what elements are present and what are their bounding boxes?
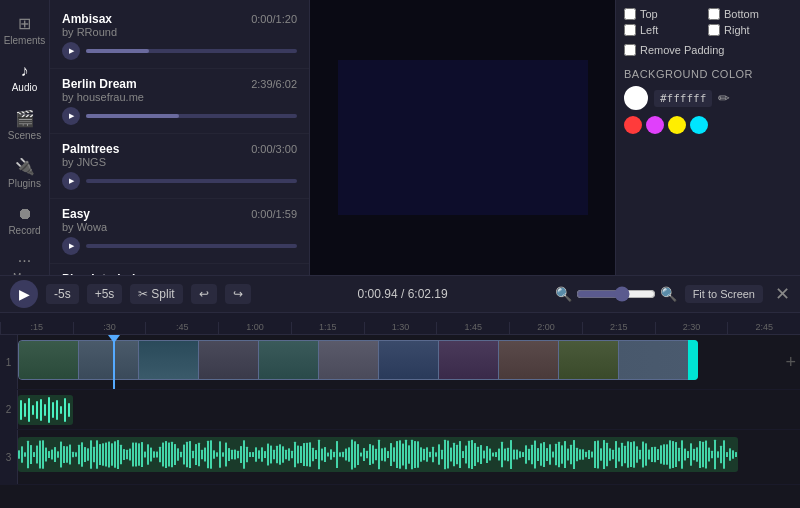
svg-rect-141: [402, 444, 404, 466]
undo-button[interactable]: ↩: [191, 284, 217, 304]
svg-rect-82: [225, 442, 227, 466]
color-swatch-cyan[interactable]: [690, 116, 708, 134]
color-row: #ffffff ✏: [624, 86, 792, 110]
audio-track-1[interactable]: Berlin Dream 2:39/6:02 by housefrau.me: [50, 69, 309, 134]
color-swatch-white[interactable]: [624, 86, 648, 110]
color-swatch-red[interactable]: [624, 116, 642, 134]
svg-rect-20: [39, 441, 41, 469]
svg-rect-98: [273, 450, 275, 460]
svg-rect-94: [261, 447, 263, 462]
sidebar-item-label: Plugins: [8, 178, 41, 189]
sidebar-item-label: Audio: [12, 82, 38, 93]
svg-rect-148: [423, 449, 425, 460]
svg-rect-140: [399, 440, 401, 469]
svg-rect-74: [201, 450, 203, 459]
add-track-button[interactable]: +: [781, 348, 800, 377]
play-track-button[interactable]: [62, 42, 80, 60]
video-clip[interactable]: [18, 340, 698, 380]
track-content-1: [18, 335, 800, 389]
remove-padding-input[interactable]: [624, 44, 636, 56]
play-track-button[interactable]: [62, 107, 80, 125]
split-button[interactable]: ✂ Split: [130, 284, 182, 304]
play-track-button[interactable]: [62, 237, 80, 255]
play-track-button[interactable]: [62, 172, 80, 190]
svg-rect-33: [78, 445, 80, 464]
svg-rect-237: [690, 443, 692, 466]
sidebar-item-more[interactable]: ··· More: [0, 246, 49, 275]
zoom-slider[interactable]: [576, 286, 656, 302]
svg-rect-174: [501, 442, 503, 468]
color-picker-icon[interactable]: ✏: [718, 90, 730, 106]
svg-rect-109: [306, 443, 308, 466]
sidebar-item-audio[interactable]: ♪ Audio: [0, 56, 49, 99]
sidebar-item-elements[interactable]: ⊞ Elements: [0, 8, 49, 52]
svg-rect-31: [72, 452, 74, 457]
track-title: Ambisax: [62, 12, 112, 26]
svg-rect-202: [585, 452, 587, 457]
svg-rect-90: [249, 452, 251, 457]
bottom-checkbox-input[interactable]: [708, 8, 720, 20]
bottom-checkbox[interactable]: Bottom: [708, 8, 788, 20]
top-checkbox[interactable]: Top: [624, 8, 704, 20]
sidebar-item-record[interactable]: ⏺ Record: [0, 199, 49, 242]
audio-track-4[interactable]: Pipo Interludo 0:00/1:22 by Pipo & Wowa: [50, 264, 309, 275]
small-audio-clip[interactable]: [18, 395, 73, 425]
current-time: 0:00.94: [358, 287, 398, 301]
svg-rect-0: [20, 400, 22, 420]
svg-rect-199: [576, 448, 578, 462]
svg-rect-21: [42, 440, 44, 468]
svg-rect-175: [504, 448, 506, 460]
svg-rect-108: [303, 443, 305, 466]
svg-rect-206: [597, 441, 599, 469]
sidebar-item-plugins[interactable]: 🔌 Plugins: [0, 151, 49, 195]
svg-rect-197: [570, 445, 572, 465]
plus5-button[interactable]: +5s: [87, 284, 123, 304]
top-label: Top: [640, 8, 658, 20]
zoom-controls: 🔍 🔍: [555, 286, 677, 302]
track-artist: by Wowa: [62, 221, 297, 233]
scenes-icon: 🎬: [15, 109, 35, 128]
right-label: Right: [724, 24, 750, 36]
svg-rect-134: [381, 448, 383, 461]
svg-rect-122: [345, 449, 347, 461]
svg-rect-210: [609, 448, 611, 460]
svg-rect-48: [123, 449, 125, 460]
right-checkbox-input[interactable]: [708, 24, 720, 36]
svg-rect-207: [600, 448, 602, 460]
svg-rect-11: [64, 398, 66, 422]
split-label: Split: [151, 287, 174, 301]
svg-rect-170: [489, 449, 491, 461]
play-button[interactable]: ▶: [10, 280, 38, 308]
left-checkbox[interactable]: Left: [624, 24, 704, 36]
track-row-2: 2: [0, 390, 800, 430]
sidebar-item-scenes[interactable]: 🎬 Scenes: [0, 103, 49, 147]
svg-rect-200: [579, 449, 581, 459]
svg-rect-236: [687, 451, 689, 458]
svg-rect-18: [33, 452, 35, 457]
minus5-button[interactable]: -5s: [46, 284, 79, 304]
audio-track-2[interactable]: Palmtrees 0:00/3:00 by JNGS: [50, 134, 309, 199]
fit-to-screen-button[interactable]: Fit to Screen: [685, 285, 763, 303]
zoom-out-icon: 🔍: [555, 286, 572, 302]
svg-rect-251: [732, 450, 734, 459]
right-checkbox[interactable]: Right: [708, 24, 788, 36]
svg-rect-193: [558, 442, 560, 468]
audio-waveform-3[interactable]: [18, 437, 738, 472]
audio-track-0[interactable]: Ambisax 0:00/1:20 by RRound: [50, 4, 309, 69]
redo-button[interactable]: ↪: [225, 284, 251, 304]
svg-rect-66: [177, 448, 179, 461]
svg-rect-99: [276, 446, 278, 464]
remove-padding-checkbox[interactable]: Remove Padding: [624, 44, 792, 56]
svg-rect-149: [426, 447, 428, 461]
svg-rect-228: [663, 444, 665, 464]
svg-rect-57: [150, 448, 152, 462]
close-timeline-button[interactable]: ✕: [775, 283, 790, 305]
audio-track-3[interactable]: Easy 0:00/1:59 by Wowa: [50, 199, 309, 264]
top-checkbox-input[interactable]: [624, 8, 636, 20]
svg-rect-215: [624, 446, 626, 463]
color-swatch-magenta[interactable]: [646, 116, 664, 134]
svg-rect-161: [462, 451, 464, 458]
left-checkbox-input[interactable]: [624, 24, 636, 36]
ruler-mark: 2:00: [509, 322, 582, 334]
color-swatch-yellow[interactable]: [668, 116, 686, 134]
